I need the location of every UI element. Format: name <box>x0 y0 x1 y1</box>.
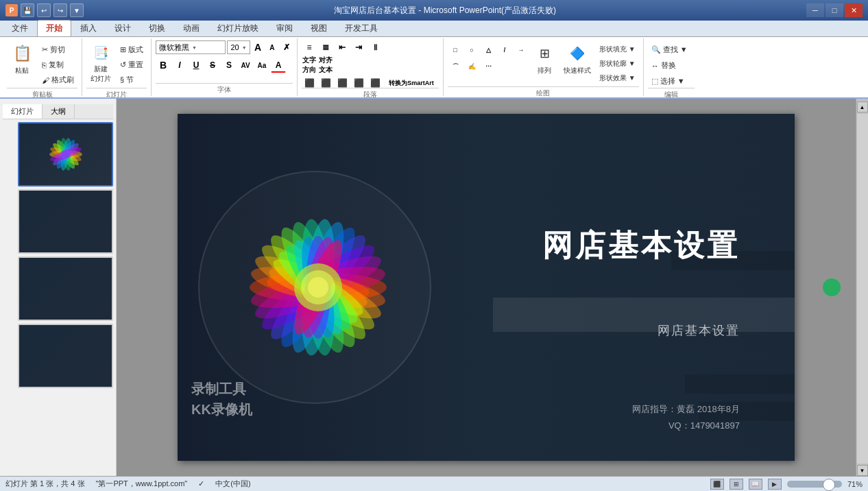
shape-curve-btn[interactable]: ⌒ <box>448 59 463 74</box>
shape-triangle-btn[interactable]: △ <box>481 43 496 58</box>
columns-button[interactable]: ⫴ <box>367 40 383 55</box>
minimize-button[interactable]: ─ <box>806 3 824 17</box>
reset-button[interactable]: ↺ 重置 <box>117 58 147 72</box>
tab-file[interactable]: 文件 <box>3 20 37 36</box>
restore-button[interactable]: □ <box>825 3 843 17</box>
underline-button[interactable]: U <box>189 58 204 73</box>
panel-tab-slides[interactable]: 幻灯片 <box>3 104 43 119</box>
copy-icon: ⎘ <box>42 61 47 69</box>
redo-quick-btn[interactable]: ↪ <box>53 3 67 17</box>
quick-styles-button[interactable]: 🔷 快速样式 <box>560 40 594 78</box>
cut-button[interactable]: ✂ 剪切 <box>38 43 77 57</box>
flower-svg <box>212 181 424 394</box>
char-spacing-button[interactable]: AV <box>238 58 253 73</box>
slide-thumb-wrapper-2: 2 <box>3 189 113 254</box>
new-slide-icon: 📑 <box>90 43 112 63</box>
italic-button[interactable]: I <box>172 58 187 73</box>
save-quick-btn[interactable]: 💾 <box>21 3 34 17</box>
font-case-button[interactable]: Aa <box>254 58 269 73</box>
slide-footer: 网店指导：黄磊 2018年8月 VQ：1479041897 <box>632 401 740 433</box>
reading-view-button[interactable]: 📖 <box>749 479 762 490</box>
normal-view-button[interactable]: ⬛ <box>710 479 724 490</box>
slideshow-button[interactable]: ▶ <box>768 479 782 490</box>
find-button[interactable]: 🔍 查找 ▼ <box>648 43 691 57</box>
shape-circle-btn[interactable]: ○ <box>464 43 479 58</box>
shadow-button[interactable]: S <box>221 58 237 73</box>
slide-thumbnail-3[interactable] <box>18 256 113 321</box>
customize-quick-btn[interactable]: ▼ <box>70 3 84 17</box>
arrange-button[interactable]: ⊞ 排列 <box>530 40 559 78</box>
tab-slideshow[interactable]: 幻灯片放映 <box>208 20 267 36</box>
shape-effects-button[interactable]: 形状效果 ▼ <box>596 71 639 85</box>
shape-freeform-btn[interactable]: ✍ <box>464 59 479 74</box>
replace-button[interactable]: ↔ 替换 <box>648 58 679 73</box>
spell-check-icon[interactable]: ✓ <box>198 479 204 488</box>
replace-icon: ↔ <box>651 62 659 70</box>
scroll-down-arrow[interactable]: ▼ <box>857 465 868 476</box>
shape-more-btn[interactable]: ⋯ <box>481 59 496 74</box>
shape-rect-btn[interactable]: □ <box>448 43 463 58</box>
shape-arrow-btn[interactable]: → <box>514 43 529 58</box>
tab-animations[interactable]: 动画 <box>174 20 208 36</box>
slide-thumbnail-4[interactable] <box>18 324 113 388</box>
strikethrough-button[interactable]: S <box>205 58 220 73</box>
text-direction-button[interactable]: 文字方向 <box>302 58 317 73</box>
slide-panel[interactable]: 幻灯片 大纲 1 <box>0 99 117 476</box>
tab-home[interactable]: 开始 <box>37 20 71 36</box>
font-name-selector[interactable]: 微软雅黑 <box>156 40 226 54</box>
font-color-button[interactable]: A <box>271 58 286 73</box>
slides-label: 幻灯片 <box>86 88 147 99</box>
format-painter-button[interactable]: 🖌 格式刷 <box>38 73 77 87</box>
increase-indent-button[interactable]: ⇥ <box>351 40 366 55</box>
new-slide-button[interactable]: 📑 新建幻灯片 <box>86 40 115 86</box>
drawing-label: 绘图 <box>448 86 639 98</box>
shape-fill-button[interactable]: 形状填充 ▼ <box>596 43 639 56</box>
font-group: 微软雅黑 20 A A ✗ B I U S S AV Aa A 字体 <box>152 38 298 96</box>
slide-subtitle: 网店基本设置 <box>658 322 740 339</box>
tab-review[interactable]: 审阅 <box>267 20 302 36</box>
right-scrollbar: ▲ ▼ <box>856 99 868 476</box>
title-bar: P 💾 ↩ ↪ ▼ 淘宝网店后台基本设置 - Microsoft PowerPo… <box>0 0 868 21</box>
clipboard-group: 📋 粘贴 ✂ 剪切 ⎘ 复制 🖌 格式刷 剪贴板 <box>3 38 82 96</box>
select-button[interactable]: ⬚ 选择 ▼ <box>648 74 688 88</box>
panel-tab-outline[interactable]: 大纲 <box>43 104 75 119</box>
language-info[interactable]: 中文(中国) <box>215 479 250 489</box>
scroll-up-arrow[interactable]: ▲ <box>857 101 868 112</box>
zoom-slider[interactable] <box>787 481 842 488</box>
slide-canvas-area[interactable]: 网店基本设置 网店基本设置 网店指导：黄磊 2018年8月 VQ：1479041… <box>117 99 856 476</box>
tab-design[interactable]: 设计 <box>106 20 140 36</box>
bullets-button[interactable]: ≡ <box>302 40 317 55</box>
decrease-font-button[interactable]: A <box>265 40 278 55</box>
theme-info: "第一PPT，www.1ppt.com" <box>96 479 188 489</box>
layout-button[interactable]: ⊞ 版式 <box>117 43 147 57</box>
numbering-button[interactable]: ≣ <box>318 40 333 55</box>
increase-font-button[interactable]: A <box>252 40 265 55</box>
shape-line-btn[interactable]: / <box>497 43 512 58</box>
slide-thumb-wrapper-4: 4 <box>3 324 113 388</box>
tab-developer[interactable]: 开发工具 <box>336 20 387 36</box>
close-button[interactable]: ✕ <box>845 3 863 17</box>
tab-insert[interactable]: 插入 <box>71 20 106 36</box>
align-text-button[interactable]: 对齐文本 <box>318 58 333 73</box>
copy-button[interactable]: ⎘ 复制 <box>38 58 77 72</box>
status-left: 幻灯片 第 1 张，共 4 张 "第一PPT，www.1ppt.com" ✓ 中… <box>5 479 251 489</box>
green-circle-button[interactable] <box>823 278 841 296</box>
paste-button[interactable]: 📋 粘贴 <box>7 40 37 86</box>
bold-button[interactable]: B <box>156 58 171 73</box>
thumb-flower-1 <box>38 127 93 182</box>
tab-view[interactable]: 视图 <box>302 20 336 36</box>
decrease-indent-button[interactable]: ⇤ <box>335 40 350 55</box>
slide-thumbnail-2[interactable] <box>18 189 113 254</box>
slide-sorter-button[interactable]: ⊞ <box>730 479 743 490</box>
tab-transitions[interactable]: 切换 <box>140 20 174 36</box>
slide-thumbnail-1[interactable] <box>18 122 113 187</box>
section-button[interactable]: § 节 <box>117 73 147 87</box>
font-label: 字体 <box>156 83 293 95</box>
layout-icon: ⊞ <box>120 45 126 54</box>
slide-title: 网店基本设置 <box>542 226 740 266</box>
scroll-track[interactable] <box>857 114 868 464</box>
shape-outline-button[interactable]: 形状轮廓 ▼ <box>596 57 639 71</box>
font-size-selector[interactable]: 20 <box>227 40 250 54</box>
clear-format-button[interactable]: ✗ <box>280 40 293 55</box>
undo-quick-btn[interactable]: ↩ <box>37 3 51 17</box>
